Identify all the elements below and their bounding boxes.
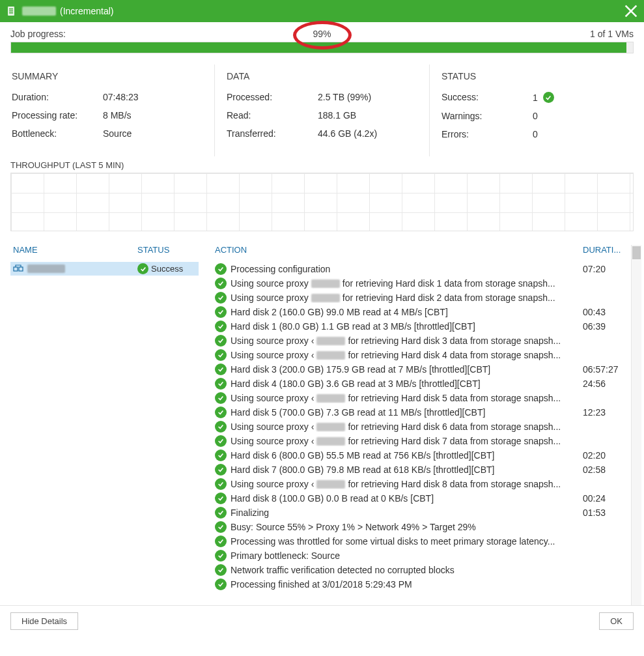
action-row[interactable]: Hard disk 4 (180.0 GB) 3.6 GB read at 3 …: [212, 377, 634, 391]
check-icon: [215, 278, 227, 289]
action-row[interactable]: Using source proxy ‹for retrieving Hard …: [212, 434, 634, 448]
action-text: Processing finished at 3/01/2018 5:29:43…: [231, 579, 583, 590]
action-text: Busy: Source 55% > Proxy 1% > Network 49…: [231, 522, 583, 532]
action-text: Hard disk 4 (180.0 GB) 3.6 GB read at 3 …: [231, 378, 583, 389]
ok-button[interactable]: OK: [599, 612, 634, 630]
action-row[interactable]: Hard disk 7 (800.0 GB) 79.8 MB read at 6…: [212, 463, 634, 477]
action-row[interactable]: Using source proxy ‹for retrieving Hard …: [212, 348, 634, 362]
action-text: Hard disk 3 (200.0 GB) 175.9 GB read at …: [231, 364, 583, 375]
check-icon: [215, 449, 227, 461]
bottleneck-value: Source: [103, 128, 203, 139]
action-row[interactable]: Hard disk 6 (800.0 GB) 55.5 MB read at 7…: [212, 448, 634, 463]
proxy-name-redacted: [316, 423, 345, 431]
action-duration: 06:57:27: [583, 364, 631, 375]
svg-rect-2: [9, 10, 13, 12]
svg-rect-1: [9, 8, 13, 10]
action-text: Hard disk 7 (800.0 GB) 79.8 MB read at 6…: [231, 464, 583, 475]
check-icon: [215, 421, 227, 433]
action-row[interactable]: Network traffic verification detected no…: [212, 563, 634, 577]
status-col: STATUS Success:1 Warnings:0 Errors:0: [430, 64, 644, 156]
success-value: 1: [533, 93, 538, 103]
action-row[interactable]: Hard disk 5 (700.0 GB) 7.3 GB read at 11…: [212, 405, 634, 420]
check-icon: [215, 564, 227, 576]
action-row[interactable]: Using source proxy ‹for retrieving Hard …: [212, 391, 634, 405]
action-text: Hard disk 2 (160.0 GB) 99.0 MB read at 4…: [231, 307, 583, 317]
action-row[interactable]: Using source proxy ‹for retrieving Hard …: [212, 477, 634, 491]
success-icon: [543, 92, 554, 103]
action-text: Using source proxy ‹for retrieving Hard …: [231, 393, 583, 403]
action-text: Primary bottleneck: Source: [231, 550, 583, 561]
proxy-name-redacted: [316, 351, 345, 360]
check-icon: [215, 507, 227, 519]
action-row[interactable]: Processing finished at 3/01/2018 5:29:43…: [212, 577, 634, 592]
check-icon: [215, 378, 227, 390]
errors-label: Errors:: [441, 129, 533, 139]
rate-value: 8 MB/s: [103, 110, 203, 121]
check-icon: [215, 406, 227, 418]
throughput-section: THROUGHPUT (LAST 5 MIN): [10, 160, 634, 231]
status-heading: STATUS: [441, 71, 632, 81]
action-row[interactable]: Using source proxy ‹for retrieving Hard …: [212, 334, 634, 348]
success-label: Success:: [441, 92, 533, 103]
throughput-chart: [10, 173, 634, 231]
scrollbar[interactable]: [631, 245, 641, 605]
action-text: Using source proxy ‹for retrieving Hard …: [231, 335, 583, 346]
action-text: Finalizing: [231, 507, 583, 518]
action-row[interactable]: Hard disk 2 (160.0 GB) 99.0 MB read at 4…: [212, 305, 634, 319]
hide-details-button[interactable]: Hide Details: [10, 612, 78, 630]
scrollbar-thumb[interactable]: [632, 246, 641, 259]
close-icon: [624, 5, 637, 18]
proxy-name-redacted: [311, 279, 340, 288]
summary-col: SUMMARY Duration:07:48:23 Processing rat…: [0, 64, 215, 156]
action-col-action[interactable]: ACTION: [215, 245, 583, 255]
action-text: Using source proxy ‹for retrieving Hard …: [231, 479, 583, 489]
check-icon: [215, 364, 227, 375]
duration-label: Duration:: [12, 92, 103, 102]
action-text: Using source proxyfor retrieving Hard di…: [231, 278, 583, 289]
action-text: Hard disk 5 (700.0 GB) 7.3 GB read at 11…: [231, 407, 583, 418]
check-icon: [137, 263, 148, 274]
action-row[interactable]: Finalizing01:53: [212, 506, 634, 520]
action-text: Processing was throttled for some virtua…: [231, 536, 583, 547]
throughput-label: THROUGHPUT (LAST 5 MIN): [10, 160, 634, 170]
proxy-name-redacted: [311, 294, 340, 302]
action-text: Using source proxy ‹for retrieving Hard …: [231, 421, 583, 432]
action-text: Using source proxyfor retrieving Hard di…: [231, 292, 583, 303]
check-icon: [215, 521, 227, 533]
action-text: Processing configuration: [231, 264, 583, 274]
errors-value: 0: [533, 129, 632, 139]
action-row[interactable]: Using source proxyfor retrieving Hard di…: [212, 276, 634, 291]
action-row[interactable]: Using source proxy ‹for retrieving Hard …: [212, 420, 634, 434]
action-list-pane: ACTION DURATI... Processing configuratio…: [206, 240, 634, 605]
proxy-name-redacted: [316, 394, 345, 403]
action-list[interactable]: Processing configuration07:20Using sourc…: [212, 262, 634, 601]
vm-col-status[interactable]: STATUS: [137, 245, 196, 255]
action-duration: 01:53: [583, 507, 631, 518]
action-row[interactable]: Hard disk 3 (200.0 GB) 175.9 GB read at …: [212, 362, 634, 377]
summary-heading: SUMMARY: [12, 71, 203, 81]
action-row[interactable]: Busy: Source 55% > Proxy 1% > Network 49…: [212, 520, 634, 534]
vm-row[interactable]: Success: [10, 262, 199, 276]
action-row[interactable]: Hard disk 1 (80.0 GB) 1.1 GB read at 3 M…: [212, 319, 634, 334]
action-row[interactable]: Processing was throttled for some virtua…: [212, 534, 634, 549]
action-col-duration[interactable]: DURATI...: [583, 245, 631, 255]
close-button[interactable]: [624, 5, 637, 18]
action-row[interactable]: Primary bottleneck: Source: [212, 549, 634, 563]
titlebar: (Incremental): [0, 0, 644, 22]
vm-status-text: Success: [151, 264, 183, 274]
action-row[interactable]: Hard disk 8 (100.0 GB) 0.0 B read at 0 K…: [212, 491, 634, 506]
read-value: 188.1 GB: [318, 110, 417, 121]
job-type: (Incremental): [60, 6, 113, 16]
progress-percent: 99%: [313, 29, 331, 39]
action-row[interactable]: Processing configuration07:20: [212, 262, 634, 276]
action-row[interactable]: Using source proxyfor retrieving Hard di…: [212, 291, 634, 305]
rate-label: Processing rate:: [12, 110, 103, 121]
processed-label: Processed:: [227, 92, 318, 102]
vm-col-name[interactable]: NAME: [13, 245, 137, 255]
check-icon: [215, 292, 227, 304]
check-icon: [215, 550, 227, 562]
check-icon: [215, 478, 227, 490]
action-duration: 24:56: [583, 378, 631, 389]
proxy-name-redacted: [316, 437, 345, 446]
duration-value: 07:48:23: [103, 92, 203, 102]
